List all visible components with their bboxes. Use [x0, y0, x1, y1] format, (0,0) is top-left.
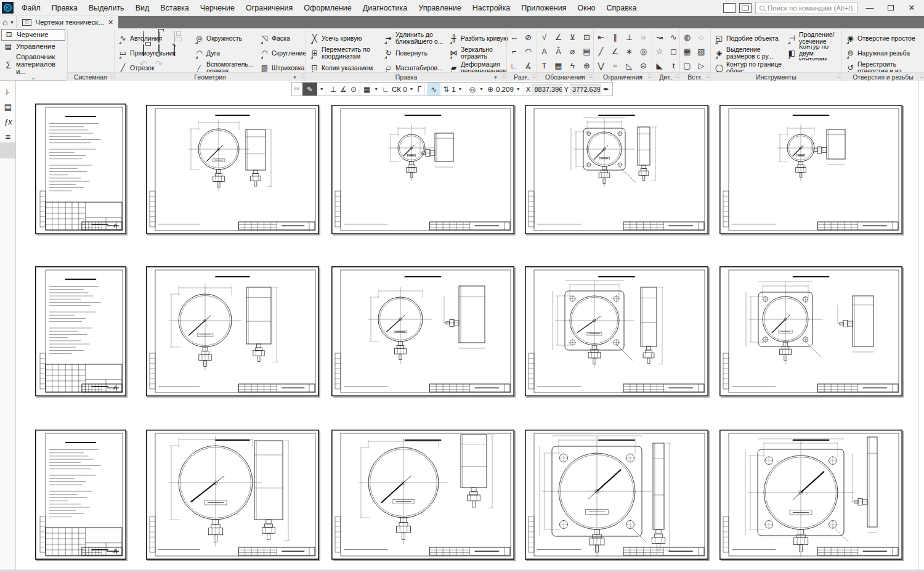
insert-view-button[interactable]: ◌: [695, 33, 708, 42]
drag-grip-icon[interactable]: ⠿⠿: [292, 86, 301, 92]
move-by-coords-button[interactable]: ⊞Переместить по координатам: [307, 46, 380, 60]
rectangle-button[interactable]: ▭Прямоугольник: [116, 46, 191, 60]
contour-two-contours-button[interactable]: ◧Контур по двум контурам: [785, 46, 843, 60]
text-button[interactable]: T: [538, 61, 551, 70]
fillet-button[interactable]: ◠Скругление: [257, 46, 309, 60]
insert-callout-button[interactable]: ▷: [695, 61, 708, 70]
vertical-button[interactable]: ⋁: [594, 61, 608, 70]
ortho-mode-icon[interactable]: Γ: [416, 85, 423, 94]
chevron-down-icon[interactable]: ▼: [667, 75, 671, 80]
leader-note-button[interactable]: Ā: [552, 47, 565, 56]
leader-button[interactable]: A: [538, 47, 551, 56]
zoom-tool-icon[interactable]: ◎: [468, 85, 477, 94]
sheet-specification[interactable]: A: [35, 266, 126, 396]
parameters-panel-icon[interactable]: ▤: [0, 99, 16, 114]
sheet-gauge-drawing[interactable]: [146, 105, 319, 234]
insert-fragment-button[interactable]: ◍: [681, 33, 694, 42]
curve-info-button[interactable]: ↝: [653, 33, 667, 42]
sheet-gauge-drawing[interactable]: [719, 266, 902, 396]
menu-вид[interactable]: Вид: [130, 1, 155, 15]
ortho-snap-icon[interactable]: ⊥: [329, 85, 338, 94]
minimize-button[interactable]: —: [861, 2, 878, 14]
chevron-down-icon[interactable]: ▼: [580, 75, 585, 80]
perpendicular-button[interactable]: ⊥: [623, 33, 636, 42]
sheet-gauge-drawing[interactable]: [331, 105, 514, 234]
menu-вставка[interactable]: Вставка: [155, 1, 194, 15]
coincident-button[interactable]: ⊜: [637, 61, 650, 70]
chevron-down-icon[interactable]: ▼: [373, 87, 379, 91]
trim-curve-button[interactable]: ╳Усечь кривую: [307, 31, 380, 46]
mirror-button[interactable]: ⋈Зеркально отразить: [447, 46, 510, 60]
rotate-button[interactable]: ↻Повернуть: [381, 46, 445, 60]
table-button[interactable]: ▦: [552, 61, 565, 70]
dim-linear-button[interactable]: ↔: [508, 33, 521, 42]
chevron-down-icon[interactable]: ▼: [318, 87, 325, 91]
chevron-down-icon[interactable]: ▼: [697, 75, 702, 80]
sheet-gauge-drawing[interactable]: [525, 266, 708, 396]
layer-value[interactable]: 1: [452, 86, 455, 93]
command-search-input[interactable]: Поиск по командам (Alt+/): [755, 2, 857, 14]
coordinate-system-value[interactable]: СК 0: [392, 86, 407, 93]
maximize-button[interactable]: [882, 2, 899, 14]
dim-manual-select-button[interactable]: ◈Выделение размеров с ру...: [712, 46, 784, 60]
chevron-down-icon[interactable]: ▼: [524, 75, 528, 80]
sheet-gauge-drawing[interactable]: [719, 105, 902, 234]
layer-icon[interactable]: ⇅: [442, 85, 450, 94]
snap-toggle-button[interactable]: ✎: [302, 83, 317, 96]
sheet-gauge-drawing[interactable]: [146, 430, 319, 560]
chevron-down-icon[interactable]: ▼: [408, 87, 415, 91]
insert-frame-button[interactable]: ▢: [681, 61, 694, 70]
menu-ограничения[interactable]: Ограничения: [240, 1, 298, 15]
length-info-button[interactable]: t: [667, 61, 681, 70]
extend-to-nearest-button[interactable]: ⇥Удлинить до ближайшего о...: [381, 31, 445, 46]
chevron-down-icon[interactable]: ▼: [639, 75, 643, 80]
workspace-item-drawing[interactable]: ⊡Черчение: [1, 29, 65, 41]
quick-note-button[interactable]: ϟ: [566, 61, 580, 70]
sheet-gauge-drawing[interactable]: [525, 430, 708, 560]
datum-button[interactable]: ∠: [552, 33, 565, 42]
eyedropper-icon[interactable]: ✒: [602, 85, 610, 94]
y-coordinate-field[interactable]: 3772.639: [570, 84, 601, 94]
tolerance-button[interactable]: ⊻: [566, 33, 580, 42]
sheet-specification[interactable]: A: [35, 104, 126, 234]
external-thread-button[interactable]: ⊚Наружная резьба: [843, 46, 922, 60]
home-icon[interactable]: ⌂: [2, 17, 7, 27]
menu-управление[interactable]: Управление: [413, 1, 467, 15]
zoom-value[interactable]: 0.209: [496, 86, 514, 93]
menu-черчение[interactable]: Черчение: [195, 1, 240, 15]
dim-angular-button[interactable]: ∡: [522, 61, 535, 70]
visibility-icon[interactable]: ⊙: [349, 85, 358, 94]
model-tree-icon[interactable]: ⊦: [0, 84, 16, 99]
corner-info-button[interactable]: ◣: [653, 61, 667, 70]
sheet-gauge-drawing[interactable]: [331, 266, 514, 396]
grid-icon[interactable]: ▦: [362, 85, 371, 94]
collinear-button[interactable]: ╱: [594, 47, 608, 56]
tab-close-icon[interactable]: ✕: [108, 18, 113, 27]
check-button[interactable]: ☆: [653, 47, 667, 56]
sheet-gauge-drawing[interactable]: [146, 266, 319, 396]
split-curve-button[interactable]: ╫Разбить кривую: [447, 31, 510, 46]
angle-snap-icon[interactable]: ∡: [339, 85, 348, 94]
chamfer-button[interactable]: ◹Фаска: [257, 31, 309, 46]
menu-диагностика[interactable]: Диагностика: [357, 1, 413, 15]
section-line-button[interactable]: ⌀: [566, 47, 580, 56]
screen-mode-icon[interactable]: [739, 3, 752, 13]
view-arrow-button[interactable]: ▤: [580, 47, 594, 56]
menu-правка[interactable]: Правка: [46, 1, 83, 15]
coordinate-system-icon[interactable]: ∟: [381, 85, 391, 94]
simple-hole-button[interactable]: ◉Отверстие простое: [843, 31, 922, 46]
insert-layout-button[interactable]: ▧: [695, 47, 708, 56]
tangent-button[interactable]: ○: [637, 33, 650, 42]
layers-menu-icon[interactable]: ≡: [0, 129, 16, 144]
fix-dimension-button[interactable]: ⇤: [594, 33, 608, 42]
workspace-layout-icon[interactable]: [723, 3, 736, 13]
dim-corner-button[interactable]: ∟: [508, 61, 521, 70]
object-offset-button[interactable]: ◱Подобие объекта: [712, 31, 784, 46]
fix-point-button[interactable]: ∗: [623, 47, 636, 56]
insert-picture-button[interactable]: ▦: [681, 47, 694, 56]
sheet-gauge-drawing[interactable]: [331, 430, 514, 560]
menu-оформление[interactable]: Оформление: [298, 1, 357, 15]
spline-info-button[interactable]: ∿: [667, 33, 681, 42]
sheet-gauge-drawing[interactable]: [719, 430, 902, 560]
center-mark-button[interactable]: ⊕: [580, 61, 594, 70]
